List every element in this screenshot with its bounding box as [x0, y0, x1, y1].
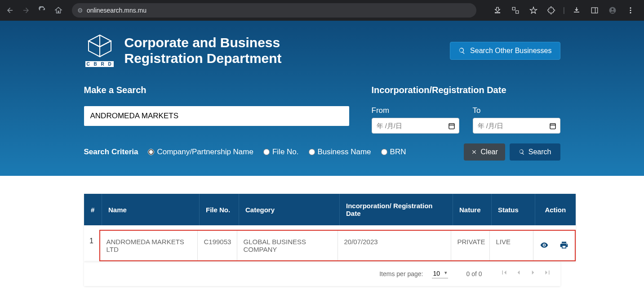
panel-icon[interactable] — [588, 4, 601, 17]
make-search-label: Make a Search — [84, 85, 349, 95]
page-title: Corporate and Business Registration Depa… — [124, 35, 282, 66]
reload-icon[interactable] — [36, 4, 49, 17]
col-file: File No. — [200, 194, 239, 225]
cell-file: C199053 — [198, 231, 237, 260]
cell-name: ANDROMEDA MARKETS LTD — [100, 231, 198, 260]
cell-date: 20/07/2023 — [338, 231, 451, 260]
results-table: # Name File No. Category Incorporation/ … — [84, 194, 576, 261]
search-input[interactable] — [84, 106, 349, 126]
paginator: Items per page: 10 0 of 0 — [84, 261, 560, 286]
url-text: onlinesearch.mns.mu — [87, 7, 147, 14]
download-icon[interactable] — [570, 4, 583, 17]
criteria-brn[interactable]: BRN — [381, 148, 406, 156]
first-page-icon[interactable] — [500, 268, 508, 279]
forward-icon[interactable] — [20, 4, 32, 17]
print-icon[interactable] — [560, 241, 568, 251]
site-info-icon[interactable]: ⚙ — [77, 7, 83, 14]
col-name: Name — [102, 194, 200, 225]
profile-icon[interactable] — [606, 4, 619, 17]
table-row: 1 ANDROMEDA MARKETS LTD C199053 GLOBAL B… — [84, 225, 576, 261]
col-date: Incorporation/ Registration Date — [340, 194, 453, 225]
col-idx: # — [84, 194, 102, 225]
criteria-label: Search Criteria — [84, 148, 138, 156]
extensions-icon[interactable] — [545, 4, 558, 17]
star-icon[interactable] — [527, 4, 540, 17]
page-range: 0 of 0 — [466, 270, 482, 277]
cell-nature: PRIVATE — [451, 231, 490, 260]
browser-chrome: ⚙ onlinesearch.mns.mu | — [0, 0, 644, 21]
logo: C B R D — [84, 34, 115, 67]
page-header: C B R D Corporate and Business Registrat… — [0, 21, 644, 176]
svg-point-6 — [630, 12, 631, 13]
search-other-button[interactable]: Search Other Businesses — [450, 42, 560, 60]
home-icon[interactable] — [52, 4, 65, 17]
translate-icon[interactable] — [509, 4, 522, 17]
col-status: Status — [492, 194, 535, 225]
svg-rect-0 — [591, 8, 598, 13]
col-action: Action — [535, 194, 576, 225]
search-button[interactable]: Search — [510, 143, 560, 161]
from-label: From — [372, 106, 459, 115]
logo-letters: C B R D — [85, 61, 113, 67]
svg-point-5 — [630, 10, 631, 11]
next-page-icon[interactable] — [529, 268, 537, 279]
svg-point-4 — [630, 7, 631, 9]
search-icon — [519, 149, 525, 155]
url-bar[interactable]: ⚙ onlinesearch.mns.mu — [72, 3, 476, 18]
last-page-icon[interactable] — [543, 268, 551, 279]
date-to-input[interactable] — [473, 118, 560, 134]
cell-idx: 1 — [84, 230, 99, 261]
install-icon[interactable] — [491, 4, 504, 17]
criteria-company[interactable]: Company/Partnership Name — [148, 148, 253, 156]
close-icon — [471, 149, 477, 155]
cell-status: LIVE — [490, 231, 533, 260]
criteria-fileno[interactable]: File No. — [263, 148, 299, 156]
items-per-page-label: Items per page: — [379, 270, 423, 277]
svg-point-3 — [612, 9, 614, 11]
col-nature: Nature — [453, 194, 492, 225]
clear-button[interactable]: Clear — [464, 143, 505, 161]
col-category: Category — [239, 194, 340, 225]
menu-icon[interactable] — [624, 4, 637, 17]
prev-page-icon[interactable] — [515, 268, 523, 279]
cell-category: GLOBAL BUSINESS COMPANY — [237, 231, 338, 260]
search-icon — [458, 47, 466, 54]
back-icon[interactable] — [4, 4, 16, 17]
cell-action — [533, 231, 575, 260]
page-size-select[interactable]: 10 — [432, 269, 448, 278]
to-label: To — [473, 106, 560, 115]
date-section-label: Incorporation/Registration Date — [372, 85, 560, 95]
date-from-input[interactable] — [372, 118, 459, 134]
view-icon[interactable] — [540, 241, 549, 251]
criteria-business[interactable]: Business Name — [309, 148, 371, 156]
